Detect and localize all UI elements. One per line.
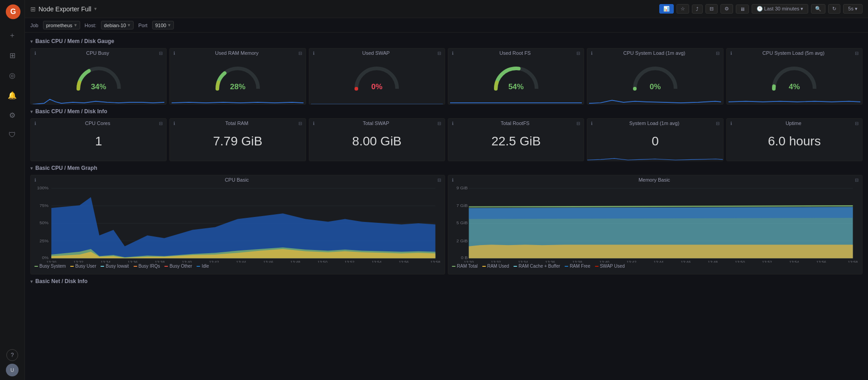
system-load-sparkline — [587, 155, 723, 161]
uptime-sparkline — [727, 155, 862, 161]
info-panel-grid: ℹ CPU Cores ⊟ 1 ℹ Total RAM ⊟ 7.79 GiB — [30, 118, 863, 161]
panel-menu-icon[interactable]: ⊟ — [159, 121, 163, 126]
panel-menu-icon[interactable]: ⊟ — [298, 121, 302, 126]
svg-text:9 GiB: 9 GiB — [456, 186, 468, 190]
ram-title: Used RAM Memory — [215, 50, 259, 56]
cpu-cores-title: CPU Cores — [85, 120, 110, 126]
panel-menu-icon[interactable]: ⊟ — [437, 51, 441, 56]
panel-menu-icon[interactable]: ⊟ — [576, 121, 580, 126]
time-range-label: Last 30 minutes — [764, 6, 800, 11]
search-button[interactable]: 🔍 — [811, 4, 825, 14]
legend-busy-system: Busy System — [34, 264, 66, 269]
panel-menu-icon[interactable]: ⊟ — [298, 51, 302, 56]
info-icon: ℹ — [313, 51, 315, 56]
legend-ram-used: RAM Used — [482, 264, 509, 269]
grafana-logo[interactable]: G — [5, 4, 19, 18]
port-select[interactable]: 9100 ▾ — [152, 21, 174, 29]
snapshot-button[interactable]: ⊟ — [705, 4, 718, 14]
legend-busy-iowait: Busy Iowait — [101, 264, 129, 269]
panel-menu-icon[interactable]: ⊟ — [576, 51, 580, 56]
system-load-panel: ℹ System Load (1m avg) ⊟ 0 — [587, 118, 723, 161]
svg-text:7 GiB: 7 GiB — [456, 203, 468, 208]
rootfs-value: 54% — [508, 82, 524, 91]
info-icon: ℹ — [730, 121, 732, 126]
uptime-header: ℹ Uptime ⊟ — [727, 119, 862, 128]
legend-swap-used: SWAP Used — [595, 264, 625, 269]
svg-marker-41 — [469, 245, 853, 258]
legend-ram-cache: RAM Cache + Buffer — [513, 264, 560, 269]
info-section-header[interactable]: ▾ Basic CPU / Mem / Disk Info — [30, 108, 863, 115]
panel-menu-icon[interactable]: ⊟ — [716, 121, 719, 126]
apps-icon[interactable]: ⊞ — [3, 46, 21, 64]
panel-menu-icon[interactable]: ⊟ — [855, 121, 858, 126]
refresh-button[interactable]: ↻ — [828, 4, 840, 14]
chart-view-button[interactable]: 📊 — [659, 4, 674, 14]
settings-icon[interactable]: ⚙ — [3, 106, 21, 124]
time-chevron: ▾ — [801, 6, 803, 11]
graph-section-header[interactable]: ▾ Basic CPU / Mem Graph — [30, 165, 863, 171]
user-avatar[interactable]: U — [6, 364, 19, 376]
legend-busy-user: Busy User — [70, 264, 96, 269]
cpu-graph-title: CPU Basic — [36, 177, 437, 183]
ram-header: ℹ Used RAM Memory ⊟ — [170, 48, 305, 58]
explore-icon[interactable]: ◎ — [3, 66, 21, 84]
uptime-value: 6.0 hours — [727, 128, 862, 155]
swap-header: ℹ Used SWAP ⊟ — [309, 48, 445, 58]
total-ram-value: 7.79 GiB — [170, 128, 305, 155]
host-select[interactable]: debian-10 ▾ — [101, 21, 134, 29]
gauge-section-header[interactable]: ▾ Basic CPU / Mem / Disk Gauge — [30, 38, 863, 44]
time-range-button[interactable]: 🕐 Last 30 minutes ▾ — [752, 4, 809, 14]
cpu-load-1m-sparkline — [589, 94, 721, 105]
panel-menu-icon[interactable]: ⊟ — [437, 178, 441, 183]
legend-ram-total: RAM Total — [452, 264, 478, 269]
refresh-rate-button[interactable]: 5s ▾ — [843, 4, 863, 14]
info-icon: ℹ — [591, 51, 593, 56]
dashboard-settings-button[interactable]: ⚙ — [720, 4, 733, 14]
cpu-load-5m-value: 4% — [789, 82, 800, 91]
legend-ram-free: RAM Free — [565, 264, 590, 269]
panel-menu-icon[interactable]: ⊟ — [159, 51, 163, 56]
memory-graph-svg: 9 GiB 7 GiB 5 GiB 2 GiB 0 B — [452, 186, 858, 263]
legend-busy-other: Busy Other — [164, 264, 192, 269]
legend-dot — [197, 266, 200, 267]
shield-icon[interactable]: 🛡 — [3, 126, 21, 144]
total-rootfs-panel: ℹ Total RootFS ⊟ 22.5 GiB — [448, 118, 584, 161]
alerting-icon[interactable]: 🔔 — [3, 86, 21, 104]
svg-text:0 B: 0 B — [461, 255, 468, 260]
cpu-busy-sparkline — [33, 94, 164, 105]
svg-marker-12 — [51, 197, 435, 258]
rootfs-arc: 54% — [450, 59, 582, 93]
swap-title: Used SWAP — [362, 50, 390, 56]
graph-panel-grid: ℹ CPU Basic ⊟ 100% 75% 50% 25% 0% — [30, 175, 863, 274]
svg-text:50%: 50% — [39, 221, 48, 226]
help-icon[interactable]: ? — [6, 349, 18, 361]
info-chevron: ▾ — [30, 109, 33, 114]
add-panel-icon[interactable]: ＋ — [3, 26, 21, 44]
share-button[interactable]: ⤴ — [692, 5, 703, 14]
legend-label: Busy System — [39, 264, 66, 269]
cpu-graph-svg: 100% 75% 50% 25% 0% — [34, 186, 441, 263]
panel-menu-icon[interactable]: ⊟ — [855, 178, 858, 183]
panel-menu-icon[interactable]: ⊟ — [716, 51, 719, 56]
filterbar: Job prometheus ▾ Host: debian-10 ▾ Port … — [25, 18, 868, 33]
cpu-graph-body: 100% 75% 50% 25% 0% — [31, 184, 445, 270]
legend-idle: Idle — [197, 264, 209, 269]
net-section-header[interactable]: ▾ Basic Net / Disk Info — [30, 278, 863, 284]
memory-graph-title: Memory Basic — [454, 177, 855, 183]
cpu-graph-legend: Busy System Busy User Busy Iowait B — [34, 263, 441, 269]
legend-dot — [134, 266, 137, 267]
star-button[interactable]: ☆ — [676, 4, 689, 14]
job-value: prometheus — [46, 23, 72, 28]
cpu-busy-value: 34% — [91, 82, 106, 91]
swap-value: 0% — [371, 82, 383, 91]
info-icon: ℹ — [34, 51, 36, 56]
legend-label: RAM Used — [487, 264, 509, 269]
panel-menu-icon[interactable]: ⊟ — [855, 51, 858, 56]
legend-label: SWAP Used — [600, 264, 625, 269]
legend-label: Busy Iowait — [106, 264, 129, 269]
panel-menu-icon[interactable]: ⊟ — [437, 121, 441, 126]
ram-gauge: 28% — [170, 58, 305, 105]
job-select[interactable]: prometheus ▾ — [43, 21, 80, 29]
tv-mode-button[interactable]: 🖥 — [736, 5, 749, 14]
topbar-actions: 📊 ☆ ⤴ ⊟ ⚙ 🖥 🕐 Last 30 minutes ▾ 🔍 ↻ 5s ▾ — [659, 4, 863, 14]
